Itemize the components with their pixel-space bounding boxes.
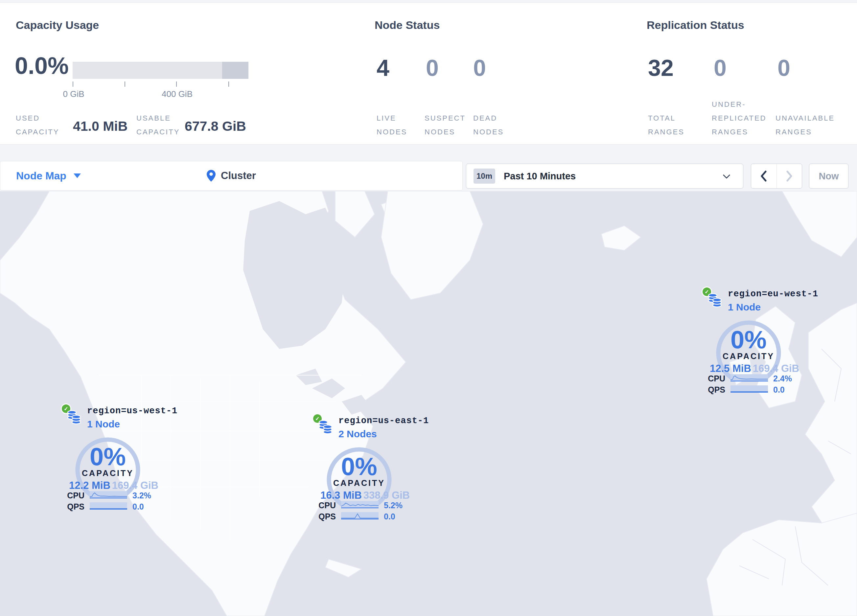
region-used-capacity: 16.3 MiB <box>320 489 362 501</box>
cpu-value: 3.2% <box>132 491 151 500</box>
capacity-tick <box>176 82 177 87</box>
view-selector-label: Node Map <box>16 170 67 182</box>
gauge-percent: 0% <box>326 452 392 481</box>
under-replicated-label: UNDER- REPLICATED RANGES <box>712 97 767 139</box>
capacity-usage-title: Capacity Usage <box>16 19 99 32</box>
suspect-nodes-label: SUSPECT NODES <box>425 111 466 139</box>
gauge-capacity-label: CAPACITY <box>75 468 141 478</box>
breadcrumb-cluster-label: Cluster <box>221 170 256 182</box>
unavailable-label: UNAVAILABLE RANGES <box>775 111 835 139</box>
region-used-capacity: 12.2 MiB <box>69 480 110 491</box>
caret-down-icon <box>74 173 81 178</box>
region-name: region=us-east-1 <box>339 416 429 426</box>
cpu-sparkline <box>90 491 127 499</box>
qps-label: QPS <box>312 512 336 521</box>
capacity-tick-label-400: 400 GiB <box>162 89 193 99</box>
time-range-badge: 10m <box>473 168 495 184</box>
region-name: region=us-west-1 <box>87 406 178 416</box>
suspect-nodes-count: 0 <box>426 55 439 81</box>
time-range-label: Past 10 Minutes <box>504 171 576 182</box>
replication-status-title: Replication Status <box>647 19 744 32</box>
region-name: region=eu-west-1 <box>728 289 818 299</box>
time-step-controls <box>751 164 802 188</box>
used-capacity-label: USED CAPACITY <box>16 111 59 139</box>
node-status-title: Node Status <box>374 19 440 32</box>
dead-nodes-count: 0 <box>473 55 486 81</box>
qps-value: 0.0 <box>132 502 144 511</box>
cpu-label: CPU <box>312 501 336 510</box>
capacity-bar-reserved-segment <box>222 62 248 79</box>
gauge-capacity-label: CAPACITY <box>716 352 781 361</box>
capacity-tick-label-0: 0 GiB <box>63 89 84 99</box>
qps-sparkline <box>90 502 127 509</box>
cpu-label: CPU <box>702 374 725 383</box>
under-replicated-count: 0 <box>714 55 727 81</box>
database-stack-icon <box>318 420 333 435</box>
capacity-tick <box>228 82 229 87</box>
time-step-forward-button[interactable] <box>777 164 802 188</box>
dead-nodes-label: DEAD NODES <box>473 111 504 139</box>
time-range-dropdown[interactable]: 10m Past 10 Minutes <box>466 164 743 188</box>
database-stack-icon <box>67 410 82 425</box>
region-total-capacity: 169.4 GiB <box>112 480 158 491</box>
now-button[interactable]: Now <box>809 164 848 188</box>
time-step-back-button[interactable] <box>751 164 777 188</box>
qps-sparkline <box>730 385 768 392</box>
chevron-right-icon <box>786 170 793 182</box>
unavailable-count: 0 <box>778 55 790 81</box>
node-map[interactable]: ✓ region=us-west-1 1 Node 0% CAPACITY 12… <box>0 191 857 616</box>
capacity-tick <box>125 82 125 87</box>
qps-label: QPS <box>702 385 725 395</box>
gauge-percent: 0% <box>75 442 141 471</box>
chevron-down-icon <box>722 174 730 179</box>
cpu-value: 2.4% <box>773 374 792 383</box>
chevron-left-icon <box>760 170 767 182</box>
qps-label: QPS <box>61 502 84 511</box>
region-used-capacity: 12.5 MiB <box>710 363 751 375</box>
gauge-percent: 0% <box>716 325 781 354</box>
region-node-count-link[interactable]: 1 Node <box>728 302 761 313</box>
capacity-tick <box>73 82 73 87</box>
live-nodes-count: 4 <box>377 55 390 81</box>
qps-value: 0.0 <box>384 512 395 521</box>
region-node-count-link[interactable]: 1 Node <box>87 418 120 430</box>
breadcrumb-bar: Cluster Node Map <box>0 161 463 191</box>
cluster-overview-page: Capacity Usage 0.0% 0 GiB 400 GiB USED C… <box>0 0 857 616</box>
qps-sparkline <box>341 512 379 519</box>
cluster-summary-panel: Capacity Usage 0.0% 0 GiB 400 GiB USED C… <box>0 3 857 145</box>
region-node-count-link[interactable]: 2 Nodes <box>339 428 377 440</box>
usable-capacity-value: 677.8 GiB <box>185 119 246 134</box>
region-marker-us-east-1[interactable]: ✓ region=us-east-1 2 Nodes 0% CAPACITY 1… <box>312 413 424 525</box>
total-ranges-count: 32 <box>648 55 674 81</box>
usable-capacity-label: USABLE CAPACITY <box>136 111 180 139</box>
view-selector-dropdown[interactable]: Node Map <box>16 161 81 190</box>
cpu-value: 5.2% <box>384 501 402 510</box>
capacity-bar <box>73 62 248 79</box>
qps-value: 0.0 <box>773 385 785 395</box>
region-total-capacity: 169.4 GiB <box>753 363 799 375</box>
database-stack-icon <box>707 293 722 308</box>
gauge-capacity-label: CAPACITY <box>326 479 392 488</box>
live-nodes-label: LIVE NODES <box>377 111 407 139</box>
used-capacity-value: 41.0 MiB <box>73 119 127 134</box>
total-ranges-label: TOTAL RANGES <box>648 111 684 139</box>
region-marker-us-west-1[interactable]: ✓ region=us-west-1 1 Node 0% CAPACITY 12… <box>61 403 173 515</box>
capacity-percent: 0.0% <box>15 52 69 79</box>
cpu-label: CPU <box>61 491 84 500</box>
region-marker-eu-west-1[interactable]: ✓ region=eu-west-1 1 Node 0% CAPACITY 12… <box>702 287 813 398</box>
cpu-sparkline <box>341 501 379 508</box>
map-pin-icon <box>207 170 215 182</box>
region-total-capacity: 338.9 GiB <box>364 489 410 501</box>
cpu-sparkline <box>730 374 768 381</box>
